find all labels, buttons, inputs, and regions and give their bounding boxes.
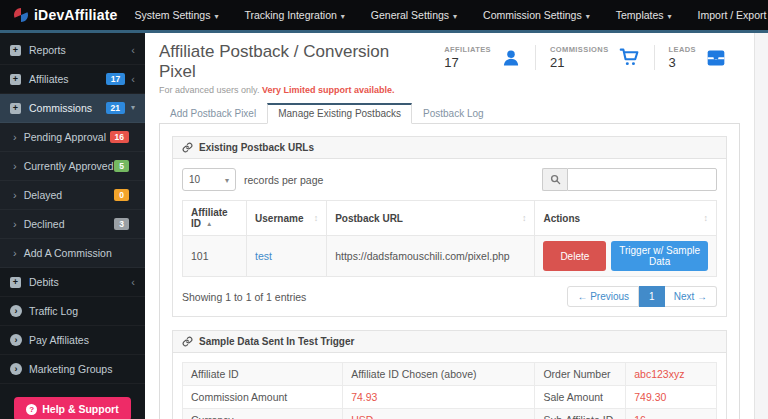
menu-import-export[interactable]: Import / Export: [685, 9, 768, 21]
count-badge: 5: [114, 160, 129, 173]
column-header-username[interactable]: Username: [247, 201, 327, 236]
link-icon: [182, 336, 193, 347]
panel-title: Existing Postback URLs: [199, 142, 314, 153]
sidebar-item-add-a-commission[interactable]: Add A Commission: [0, 239, 145, 268]
question-circle-icon: [26, 404, 37, 415]
cart-icon: [619, 47, 640, 68]
caret-down-icon: [214, 9, 218, 21]
sample-value: 74.93: [343, 386, 535, 409]
trigger-sample-data-button[interactable]: Trigger w/ Sample Data: [611, 241, 708, 271]
menu-tracking-integration[interactable]: Tracking Integration: [231, 9, 357, 21]
main-content: Affiliate Postback / Conversion Pixel Fo…: [145, 33, 754, 419]
sidebar-item-currently-approved[interactable]: Currently Approved 5: [0, 152, 145, 181]
column-header-actions[interactable]: Actions: [535, 201, 717, 236]
sidebar-item-debits[interactable]: Debits: [0, 268, 145, 297]
delete-button[interactable]: Delete: [543, 241, 606, 271]
sidebar-item-affiliates[interactable]: Affiliates 17: [0, 65, 145, 94]
subtitle-warning: Very Limited support available.: [262, 85, 395, 95]
sidebar-item-marketing-groups[interactable]: Marketing Groups: [0, 355, 145, 384]
sample-label: Order Number: [535, 363, 626, 386]
angle-right-icon: [13, 161, 17, 172]
page-title: Affiliate Postback / Conversion Pixel: [159, 42, 430, 82]
sidebar-item-traffic-log[interactable]: Traffic Log: [0, 297, 145, 326]
username-link[interactable]: test: [255, 250, 272, 262]
previous-page-button[interactable]: ← Previous: [567, 286, 639, 307]
sidebar-item-pending-approval[interactable]: Pending Approval 16: [0, 123, 145, 152]
chevron-left-icon: [131, 277, 135, 288]
sort-icon: [314, 213, 319, 223]
tab-add-postback-pixel[interactable]: Add Postback Pixel: [159, 103, 267, 124]
tab-content: Existing Postback URLs 10 records per pa…: [159, 124, 740, 419]
link-icon: [182, 142, 193, 153]
sidebar-item-commissions[interactable]: Commissions 21: [0, 94, 145, 123]
sort-icon: [704, 213, 709, 223]
search-icon: [550, 174, 561, 185]
existing-postbacks-panel: Existing Postback URLs 10 records per pa…: [172, 136, 727, 317]
angle-right-icon: [13, 190, 17, 201]
page-1-button[interactable]: 1: [639, 286, 665, 307]
caret-down-icon: [668, 9, 672, 21]
count-badge: 3: [114, 218, 129, 231]
search-input[interactable]: [567, 168, 717, 191]
search-group: [542, 168, 717, 191]
caret-down-icon: [453, 9, 457, 21]
records-per-page-select[interactable]: 10: [182, 168, 236, 191]
sample-label: Commission Amount: [183, 386, 343, 409]
sample-label: Sub-Affiliate ID: [535, 409, 626, 419]
page-gutter: [754, 33, 768, 419]
sidebar-item-pay-affiliates[interactable]: Pay Affiliates: [0, 326, 145, 355]
sidebar-item-reports[interactable]: Reports: [0, 36, 145, 65]
showing-entries-text: Showing 1 to 1 of 1 entries: [182, 291, 306, 303]
sample-value: 16: [626, 409, 717, 419]
sidebar-item-declined[interactable]: Declined 3: [0, 210, 145, 239]
chevron-left-icon: [131, 45, 135, 56]
search-addon: [542, 168, 567, 191]
help-support-button[interactable]: Help & Support: [14, 397, 130, 419]
app-logo[interactable]: iDevAffiliate: [0, 7, 118, 23]
sample-label: Sale Amount: [535, 386, 626, 409]
menu-general-settings[interactable]: General Settings: [358, 9, 470, 21]
tab-postback-log[interactable]: Postback Log: [412, 103, 495, 124]
page-header: Affiliate Postback / Conversion Pixel Fo…: [159, 42, 430, 95]
pagination: ← Previous 1 Next →: [567, 286, 717, 307]
sort-ascending-icon: [201, 218, 212, 229]
table-header-row: Affiliate ID Username Postback URL Actio…: [183, 201, 717, 236]
sort-icon: [522, 213, 527, 223]
menu-system-settings[interactable]: System Settings: [122, 9, 232, 21]
postbacks-table: Affiliate ID Username Postback URL Actio…: [182, 200, 717, 277]
arrow-circle-icon: [10, 334, 22, 346]
cell-username: test: [247, 236, 327, 277]
table-row: 101 test https://dadsfamouschili.com/pix…: [183, 236, 717, 277]
sample-value: USD: [343, 409, 535, 419]
plus-square-icon: [10, 277, 21, 288]
menu-templates[interactable]: Templates: [603, 9, 685, 21]
count-badge: 17: [106, 73, 125, 86]
arrow-circle-icon: [10, 305, 22, 317]
top-menu: System Settings Tracking Integration Gen…: [122, 9, 768, 21]
plus-square-icon: [10, 103, 21, 114]
plus-square-icon: [10, 74, 21, 85]
arrow-circle-icon: [10, 363, 22, 375]
app-logo-text: iDevAffiliate: [34, 7, 118, 23]
stat-affiliates: AFFILIATES 17: [430, 45, 535, 70]
chevron-down-icon: [131, 104, 135, 112]
table-row: Currency USD Sub-Affiliate ID 16: [183, 409, 717, 419]
caret-down-icon: [225, 174, 229, 185]
top-navigation-bar: iDevAffiliate System Settings Tracking I…: [0, 0, 768, 30]
chevron-left-icon: [131, 74, 135, 85]
tab-manage-existing-postbacks[interactable]: Manage Existing Postbacks: [267, 103, 412, 124]
cell-postback-url: https://dadsfamouschili.com/pixel.php: [327, 236, 535, 277]
sample-data-panel: Sample Data Sent In Test Trigger Affilia…: [172, 330, 727, 419]
column-header-affiliate-id[interactable]: Affiliate ID: [183, 201, 247, 236]
column-header-postback-url[interactable]: Postback URL: [327, 201, 535, 236]
panel-header: Existing Postback URLs: [173, 137, 726, 159]
angle-right-icon: [13, 219, 17, 230]
logo-swirl-icon: [13, 7, 29, 23]
angle-right-icon: [13, 248, 17, 259]
sidebar-item-delayed[interactable]: Delayed 0: [0, 181, 145, 210]
tab-bar: Add Postback Pixel Manage Existing Postb…: [159, 103, 740, 124]
angle-right-icon: [13, 132, 17, 143]
next-page-button[interactable]: Next →: [665, 286, 717, 307]
menu-commission-settings[interactable]: Commission Settings: [470, 9, 603, 21]
table-row: Commission Amount 74.93 Sale Amount 749.…: [183, 386, 717, 409]
